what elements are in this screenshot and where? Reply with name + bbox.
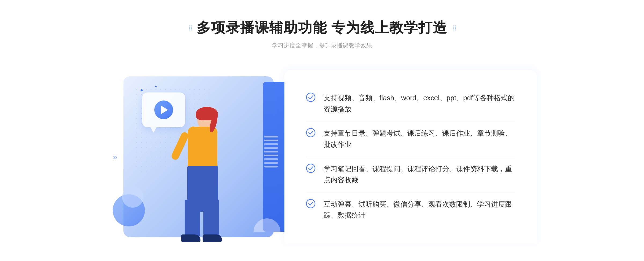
- feature-text-4: 互动弹幕、试听购买、微信分享、观看次数限制、学习进度跟踪、数据统计: [324, 199, 515, 221]
- feature-item-2: 支持章节目录、弹题考试、课后练习、课后作业、章节测验、批改作业: [306, 121, 515, 157]
- svg-point-3: [306, 199, 315, 208]
- check-icon-2: [306, 128, 316, 139]
- deco-stripes: [264, 135, 278, 167]
- svg-point-0: [306, 93, 315, 102]
- figure-arm-left: [170, 131, 190, 161]
- figure-shoe-right: [203, 234, 222, 242]
- feature-item-3: 学习笔记回看、课程提问、课程评论打分、课件资料下载，重点内容收藏: [306, 157, 515, 192]
- feature-item-1: 支持视频、音频、flash、word、excel、ppt、pdf等各种格式的资源…: [306, 86, 515, 121]
- check-icon-4: [306, 199, 316, 210]
- deco-circle-light: [122, 186, 144, 208]
- title-row: ⁞⁞ 多项录播课辅助功能 专为线上教学打造 ⁞⁞: [189, 18, 455, 37]
- svg-point-2: [306, 164, 315, 173]
- feature-text-3: 学习笔记回看、课程提问、课程评论打分、课件资料下载，重点内容收藏: [324, 163, 515, 186]
- illustration-wrapper: ✦ ✦: [107, 66, 295, 248]
- content-panel: 支持视频、音频、flash、word、excel、ppt、pdf等各种格式的资源…: [284, 70, 537, 244]
- check-icon-1: [306, 92, 316, 103]
- dots-left-icon: ⁞⁞: [189, 24, 191, 32]
- feature-item-4: 互动弹幕、试听购买、微信分享、观看次数限制、学习进度跟踪、数据统计: [306, 192, 515, 228]
- sparkle-icon-1: ✦: [140, 87, 144, 94]
- content-section: » ✦ ✦: [107, 66, 537, 248]
- figure-leg-right: [203, 200, 219, 237]
- check-icon-3: [306, 163, 316, 174]
- dots-right-icon: ⁞⁞: [453, 24, 455, 32]
- page-subtitle: 学习进度全掌握，提升录播课教学效果: [272, 42, 372, 50]
- figure-leg-left: [185, 200, 200, 237]
- page-wrapper: ⁞⁞ 多项录播课辅助功能 专为线上教学打造 ⁞⁞ 学习进度全掌握，提升录播课教学…: [0, 2, 644, 259]
- figure-torso: [188, 127, 217, 170]
- sparkle-icon-2: ✦: [154, 84, 158, 89]
- features-list: 支持视频、音频、flash、word、excel、ppt、pdf等各种格式的资源…: [306, 86, 515, 228]
- feature-text-2: 支持章节目录、弹题考试、课后练习、课后作业、章节测验、批改作业: [324, 128, 515, 150]
- feature-text-1: 支持视频、音频、flash、word、excel、ppt、pdf等各种格式的资源…: [324, 92, 515, 115]
- person-figure: [156, 103, 236, 248]
- svg-point-1: [306, 128, 315, 137]
- header-section: ⁞⁞ 多项录播课辅助功能 专为线上教学打造 ⁞⁞ 学习进度全掌握，提升录播课教学…: [189, 18, 455, 50]
- figure-container: [156, 103, 236, 248]
- figure-shoe-left: [181, 234, 200, 242]
- figure-hair: [196, 107, 218, 120]
- page-title: 多项录播课辅助功能 专为线上教学打造: [197, 18, 447, 37]
